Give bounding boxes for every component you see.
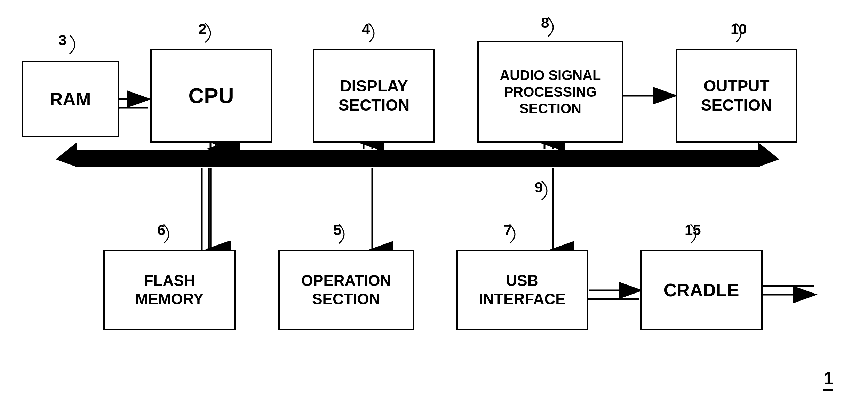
- operation-block: OPERATIONSECTION: [278, 250, 414, 330]
- ref-8: 8: [541, 15, 549, 31]
- ref-4: 4: [362, 21, 370, 38]
- ref-2: 2: [198, 21, 206, 38]
- svg-marker-12: [56, 143, 77, 167]
- flash-block: FLASHMEMORY: [103, 250, 236, 330]
- ref-7: 7: [504, 222, 512, 239]
- ref-6: 6: [157, 222, 165, 239]
- usb-block: USBINTERFACE: [456, 250, 588, 330]
- svg-rect-14: [75, 150, 760, 167]
- figure-number: 1: [823, 368, 833, 391]
- cpu-block: CPU: [150, 49, 272, 143]
- ref-10: 10: [731, 21, 747, 38]
- svg-marker-13: [758, 143, 779, 167]
- ref-15: 15: [685, 222, 701, 239]
- ram-block: RAM: [22, 61, 119, 137]
- ref-9: 9: [535, 179, 543, 196]
- audio-block: AUDIO SIGNALPROCESSINGSECTION: [477, 41, 623, 143]
- output-block: OUTPUTSECTION: [676, 49, 797, 143]
- diagram: RAM 3 CPU 2 DISPLAYSECTION 4 AUDIO SIGNA…: [0, 0, 868, 410]
- ref-5: 5: [333, 222, 341, 239]
- display-block: DISPLAYSECTION: [313, 49, 435, 143]
- cradle-block: CRADLE: [640, 250, 763, 330]
- ref-3: 3: [58, 32, 66, 49]
